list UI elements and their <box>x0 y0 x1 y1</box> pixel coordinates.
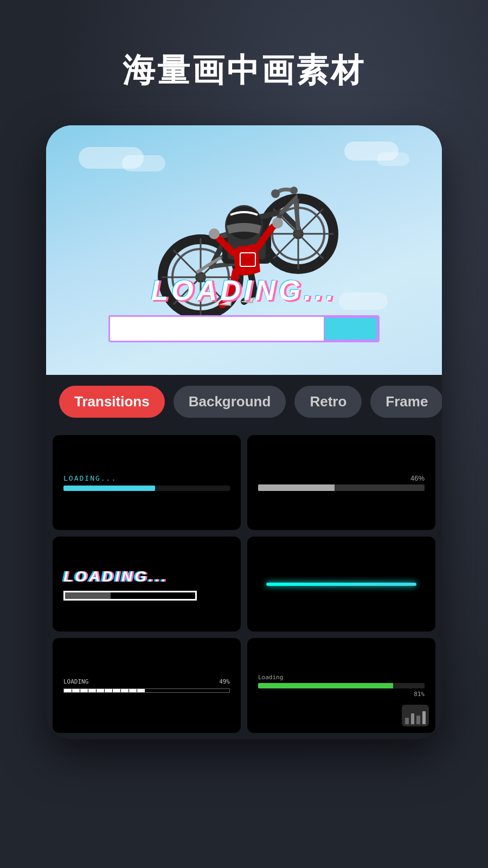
thumbnail-5[interactable]: LOADING 49% <box>53 638 241 733</box>
thumb1-bar <box>63 486 230 491</box>
seg6 <box>105 689 112 692</box>
thumb6-percent: 81% <box>258 691 425 698</box>
seg3 <box>80 689 88 692</box>
thumb5-bar-track <box>63 688 230 693</box>
phone-frame: LOADING... Transitions Background Retro … <box>46 125 442 739</box>
seg8 <box>121 689 129 692</box>
loading-overlay: LOADING... <box>108 274 380 342</box>
thumbnail-2[interactable]: 46% <box>247 435 435 530</box>
thumb3-content: LOADING... <box>53 568 241 601</box>
bar-chart-icon <box>402 705 429 726</box>
thumbnail-3[interactable]: LOADING... <box>53 537 241 631</box>
thumb5-percent: 49% <box>219 678 230 685</box>
thumb5-header: LOADING 49% <box>63 678 230 685</box>
thumbnail-1[interactable]: LOADING... <box>53 435 241 530</box>
thumb2-content: 46% <box>247 474 435 491</box>
thumb6-content: Loading 81% <box>247 674 435 698</box>
thumb5-label: LOADING <box>63 678 88 685</box>
thumb1-content: LOADING... <box>53 474 241 491</box>
bar1 <box>405 718 409 724</box>
bar2 <box>411 713 415 724</box>
thumb2-bar-fill <box>258 484 335 491</box>
svg-point-16 <box>271 189 280 198</box>
loading-text: LOADING... <box>108 274 380 307</box>
tab-retro[interactable]: Retro <box>294 386 362 418</box>
seg5 <box>97 689 104 692</box>
thumb3-bar-fill <box>65 592 111 599</box>
thumb3-bar-track <box>63 591 197 601</box>
svg-point-19 <box>209 228 220 239</box>
seg7 <box>113 689 120 692</box>
thumb3-text: LOADING... <box>63 568 230 585</box>
svg-rect-18 <box>240 253 255 266</box>
bar3 <box>416 716 420 724</box>
loading-bar-fill <box>110 317 311 341</box>
thumb2-percent: 46% <box>258 474 425 482</box>
loading-bar <box>108 315 380 342</box>
thumb5-content: LOADING 49% <box>53 678 241 693</box>
seg1 <box>64 689 72 692</box>
seg4 <box>88 689 96 692</box>
page-wrapper: 海量画中画素材 <box>0 0 488 868</box>
loading-bar-accent <box>324 317 378 341</box>
thumb4-content <box>266 583 417 586</box>
thumb1-bar-fill <box>63 486 155 491</box>
thumb6-label: Loading <box>258 674 425 681</box>
seg2 <box>72 689 80 692</box>
tab-background[interactable]: Background <box>174 386 286 418</box>
seg10 <box>137 689 145 692</box>
bar4 <box>422 711 426 724</box>
thumbnail-6[interactable]: Loading 81% <box>247 638 435 733</box>
thumb6-bar-track <box>258 683 425 688</box>
main-title: 海量画中画素材 <box>123 49 365 93</box>
svg-point-17 <box>290 187 298 194</box>
thumb6-bar-fill <box>258 683 393 688</box>
tab-frame[interactable]: Frame <box>370 386 442 418</box>
thumbnail-4[interactable] <box>247 537 435 631</box>
thumb4-line <box>266 583 417 586</box>
thumb2-bar-track <box>258 484 425 491</box>
video-preview: LOADING... <box>46 125 442 375</box>
thumb5-segments <box>64 689 145 692</box>
thumb1-text: LOADING... <box>63 474 230 482</box>
tab-bar: Transitions Background Retro Frame <box>46 375 442 429</box>
tab-transitions[interactable]: Transitions <box>59 386 165 418</box>
svg-point-20 <box>272 218 283 228</box>
seg9 <box>129 689 137 692</box>
thumbnail-grid: LOADING... 46% LOADING... <box>46 429 442 739</box>
cloud-4 <box>377 152 409 166</box>
